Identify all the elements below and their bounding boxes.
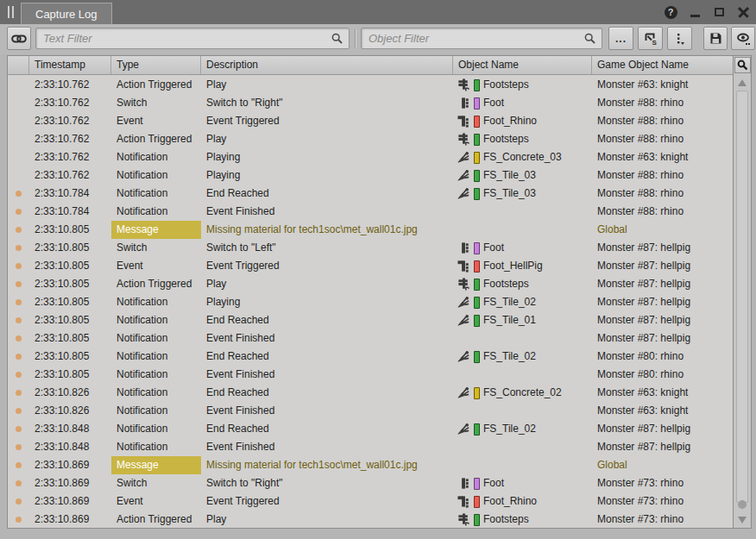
log-row[interactable]: 2:33:10.805 Action Triggered Play Footst… xyxy=(8,275,733,293)
cell-description: Switch to "Right" xyxy=(201,94,453,112)
type-label: Notification xyxy=(111,329,201,348)
random-container-icon xyxy=(457,78,470,91)
log-row[interactable]: 2:33:10.869 Message Missing material for… xyxy=(8,456,733,474)
log-row[interactable]: 2:33:10.805 Switch Switch to "Left" Foot… xyxy=(8,239,733,257)
cell-timestamp: 2:33:10.784 xyxy=(29,185,111,203)
voices-settings-icon: S xyxy=(644,32,658,46)
tab-capture-log[interactable]: Capture Log xyxy=(21,3,112,24)
cell-game-object: Monster #87: hellpig xyxy=(592,257,733,275)
cell-game-object: Monster #63: knight xyxy=(592,76,733,94)
object-type-icon xyxy=(457,78,470,91)
cell-game-object: Monster #73: rhino xyxy=(592,511,733,529)
object-color-chip xyxy=(474,496,480,508)
object-color-chip xyxy=(474,188,480,200)
log-row[interactable]: 2:33:10.805 Notification End Reached FS_… xyxy=(8,311,733,329)
log-row[interactable]: 2:33:10.848 Notification Event Finished … xyxy=(8,438,733,456)
activity-dot-icon xyxy=(16,372,22,378)
switch-group-icon xyxy=(457,241,470,254)
cell-timestamp: 2:33:10.784 xyxy=(29,203,111,221)
log-row[interactable]: 2:33:10.762 Switch Switch to "Right" Foo… xyxy=(8,94,733,112)
log-row[interactable]: 2:33:10.762 Action Triggered Play Footst… xyxy=(8,76,733,94)
close-button[interactable] xyxy=(735,4,751,20)
sound-icon xyxy=(457,423,470,436)
log-row[interactable]: 2:33:10.869 Event Event Triggered Foot_R… xyxy=(8,492,733,511)
link-button[interactable] xyxy=(7,27,31,50)
type-label: Message xyxy=(111,456,201,474)
column-header-game-object-name[interactable]: Game Object Name xyxy=(592,56,734,74)
scroll-up-button[interactable] xyxy=(737,78,747,87)
cell-timestamp: 2:33:10.805 xyxy=(29,311,111,329)
log-row[interactable]: 2:33:10.826 Notification Event Finished … xyxy=(8,402,733,420)
log-row[interactable]: 2:33:10.805 Event Event Triggered Foot_H… xyxy=(8,257,733,275)
dock-handle-icon[interactable] xyxy=(4,6,16,18)
log-row[interactable]: 2:33:10.805 Notification Event Finished … xyxy=(8,329,733,348)
cell-timestamp: 2:33:10.805 xyxy=(29,257,111,275)
object-name-label: Foot_Rhino xyxy=(483,112,537,130)
object-color-chip xyxy=(474,315,480,327)
minimize-button[interactable] xyxy=(687,4,702,20)
help-button[interactable]: ? xyxy=(663,4,678,20)
type-label: Switch xyxy=(111,239,201,257)
log-row[interactable]: 2:33:10.826 Notification End Reached FS_… xyxy=(8,384,733,402)
log-row[interactable]: 2:33:10.762 Event Event Triggered Foot_R… xyxy=(8,112,733,130)
object-type-icon xyxy=(457,241,470,254)
log-row[interactable]: 2:33:10.762 Notification Playing FS_Tile… xyxy=(8,166,733,185)
voices-settings-button[interactable]: S xyxy=(638,27,663,50)
cell-game-object: Monster #73: rhino xyxy=(592,492,733,511)
view-options-button[interactable] xyxy=(731,27,755,50)
object-type-icon xyxy=(457,97,470,110)
menu-button[interactable] xyxy=(667,27,692,50)
column-header-indicator[interactable] xyxy=(8,56,29,74)
switch-icon xyxy=(457,260,470,273)
type-label: Action Triggered xyxy=(111,511,201,529)
eye-icon xyxy=(736,32,751,46)
scrollbar-grip-icon xyxy=(738,500,747,509)
cell-timestamp: 2:33:10.848 xyxy=(29,420,111,438)
type-label: Notification xyxy=(111,148,201,166)
object-name-label: FS_Tile_03 xyxy=(483,185,536,203)
log-row[interactable]: 2:33:10.762 Notification Playing FS_Conc… xyxy=(8,148,733,166)
filter-options-button[interactable]: ... xyxy=(608,27,633,50)
log-row[interactable]: 2:33:10.805 Notification Playing FS_Tile… xyxy=(8,293,733,311)
type-label: Action Triggered xyxy=(111,76,201,94)
cell-description: Play xyxy=(201,511,453,529)
log-row[interactable]: 2:33:10.784 Notification Event Finished … xyxy=(8,203,733,221)
column-search-button[interactable] xyxy=(734,57,751,73)
save-button[interactable] xyxy=(703,27,728,50)
column-header-timestamp[interactable]: Timestamp xyxy=(29,56,111,74)
cell-timestamp: 2:33:10.869 xyxy=(29,456,111,474)
cell-game-object: Monster #87: hellpig xyxy=(592,293,733,311)
scrollbar-thumb[interactable] xyxy=(736,91,748,503)
log-row[interactable]: 2:33:10.869 Action Triggered Play Footst… xyxy=(8,511,733,529)
cell-timestamp: 2:33:10.805 xyxy=(29,348,111,366)
object-name-label: Footsteps xyxy=(483,275,529,293)
log-row[interactable]: 2:33:10.805 Notification Event Finished … xyxy=(8,366,733,384)
log-row[interactable]: 2:33:10.762 Action Triggered Play Footst… xyxy=(8,130,733,148)
scroll-down-button[interactable] xyxy=(737,516,747,524)
cell-description: Playing xyxy=(201,166,453,185)
object-name-label: FS_Tile_02 xyxy=(483,348,536,366)
maximize-button[interactable] xyxy=(711,4,727,20)
text-filter-input[interactable] xyxy=(36,28,331,48)
column-header-object-name[interactable]: Object Name xyxy=(453,56,592,74)
log-row[interactable]: 2:33:10.869 Switch Switch to "Right" Foo… xyxy=(8,474,733,492)
object-color-chip xyxy=(474,134,480,146)
column-header-description[interactable]: Description xyxy=(201,56,453,74)
log-row[interactable]: 2:33:10.784 Notification End Reached FS_… xyxy=(8,185,733,203)
log-row[interactable]: 2:33:10.848 Notification End Reached FS_… xyxy=(8,420,733,438)
column-header-type[interactable]: Type xyxy=(111,56,201,74)
toolbar: ... S xyxy=(0,24,756,54)
log-row[interactable]: 2:33:10.805 Message Missing material for… xyxy=(8,221,733,239)
object-type-icon xyxy=(457,513,470,526)
type-label: Notification xyxy=(111,203,201,221)
object-type-icon xyxy=(457,495,470,508)
object-type-icon xyxy=(457,169,470,182)
object-color-chip xyxy=(474,478,480,490)
log-row[interactable]: 2:33:10.805 Notification End Reached FS_… xyxy=(8,348,733,366)
object-color-chip xyxy=(474,351,480,363)
search-icon xyxy=(331,33,343,44)
object-filter-input[interactable] xyxy=(362,28,584,48)
object-type-icon xyxy=(457,350,470,363)
activity-dot-icon xyxy=(16,390,22,396)
object-color-chip xyxy=(474,97,480,110)
